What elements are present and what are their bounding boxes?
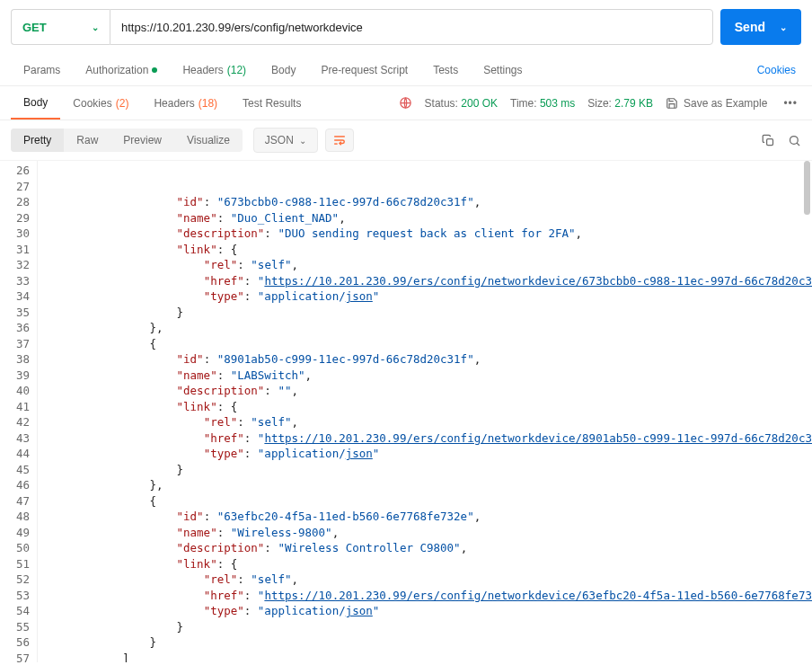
tab-prerequest[interactable]: Pre-request Script [308, 64, 420, 76]
scrollbar-thumb[interactable] [804, 161, 810, 215]
status-value: 200 OK [461, 97, 498, 110]
size-value: 2.79 KB [614, 97, 653, 110]
http-method-label: GET [22, 21, 47, 34]
response-tab-cookies[interactable]: Cookies (2) [60, 86, 141, 120]
tab-tests[interactable]: Tests [420, 64, 471, 76]
line-number-gutter: 2627282930313233343536373839404142434445… [0, 161, 38, 662]
time-value: 503 ms [540, 97, 575, 110]
chevron-down-icon[interactable]: ⌄ [780, 22, 787, 32]
send-button-label: Send [735, 20, 765, 34]
tab-settings[interactable]: Settings [471, 64, 534, 76]
format-preview[interactable]: Preview [110, 129, 174, 152]
send-button[interactable]: Send ⌄ [720, 9, 801, 45]
format-raw[interactable]: Raw [64, 129, 110, 152]
status-label: Status: [425, 97, 458, 110]
copy-icon[interactable] [762, 134, 775, 147]
size-label: Size: [587, 97, 612, 110]
language-select[interactable]: JSON ⌄ [253, 128, 318, 153]
status-dot-icon [152, 67, 157, 73]
svg-line-5 [797, 143, 799, 146]
time-label: Time: [510, 97, 537, 110]
more-menu-icon[interactable]: ••• [780, 97, 801, 110]
svg-point-4 [790, 136, 799, 144]
cookies-link[interactable]: Cookies [757, 64, 801, 76]
format-pretty[interactable]: Pretty [11, 129, 64, 152]
line-wrap-button[interactable] [325, 129, 354, 152]
http-method-select[interactable]: GET ⌄ [11, 9, 110, 45]
tab-params[interactable]: Params [11, 64, 73, 76]
url-input[interactable] [110, 9, 713, 45]
save-as-example-button[interactable]: Save as Example [666, 97, 767, 110]
search-icon[interactable] [788, 134, 801, 147]
response-tab-body[interactable]: Body [11, 86, 60, 120]
network-icon[interactable] [399, 96, 412, 110]
chevron-down-icon: ⌄ [299, 136, 306, 146]
tab-headers[interactable]: Headers (12) [170, 64, 259, 76]
json-code[interactable]: "id": "673bcbb0-c988-11ec-997d-66c78d20c… [38, 161, 812, 662]
svg-rect-3 [767, 138, 773, 145]
tab-body[interactable]: Body [259, 64, 308, 76]
response-body-viewer[interactable]: 2627282930313233343536373839404142434445… [0, 161, 812, 662]
chevron-down-icon: ⌄ [92, 22, 99, 32]
format-tab-group: Pretty Raw Preview Visualize [11, 129, 243, 152]
format-visualize[interactable]: Visualize [174, 129, 243, 152]
tab-authorization[interactable]: Authorization [73, 64, 170, 76]
save-icon [666, 97, 678, 110]
response-tab-headers[interactable]: Headers (18) [141, 86, 230, 120]
response-tab-test-results[interactable]: Test Results [230, 86, 313, 120]
